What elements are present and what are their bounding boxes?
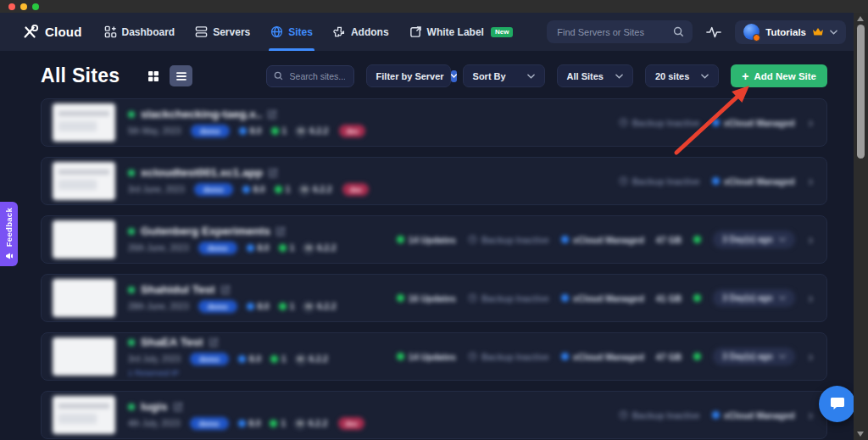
site-name[interactable]: slackchecking-taeg.x.. xyxy=(141,108,262,120)
env-badge[interactable]: demo xyxy=(198,300,237,313)
grid-view-button[interactable] xyxy=(142,65,164,86)
ssl-badge: 1 xyxy=(270,419,286,428)
site-search-input[interactable] xyxy=(288,70,347,82)
scrollbar-thumb[interactable] xyxy=(857,25,865,159)
global-search[interactable] xyxy=(547,20,693,43)
site-row[interactable]: slackchecking-taeg.x.. 5th May, 2023 dem… xyxy=(41,98,827,147)
site-row[interactable]: ShaEA Test 3rd July, 2023 demo 8.0 1 xyxy=(41,332,827,381)
row-expand-chevron[interactable]: › xyxy=(809,233,813,247)
maximize-window-button[interactable] xyxy=(32,3,39,10)
site-search[interactable] xyxy=(266,65,354,87)
global-search-input[interactable] xyxy=(555,26,668,38)
row-expand-chevron[interactable]: › xyxy=(809,409,813,422)
xcloud-logo-icon xyxy=(21,23,40,42)
disk-usage: 47 GB xyxy=(656,352,682,362)
nav-item-white-label[interactable]: White Label New xyxy=(409,13,514,51)
xcloud-logo[interactable]: Cloud xyxy=(21,23,82,42)
list-view-button[interactable] xyxy=(170,65,192,86)
site-scope-dropdown[interactable]: All Sites xyxy=(557,64,633,87)
external-link-icon[interactable] xyxy=(209,338,218,347)
ssl-icon xyxy=(271,127,279,135)
backup-status: Backup Inactive xyxy=(619,176,700,187)
sort-by-dropdown[interactable]: Sort By xyxy=(463,64,545,87)
tutorials-label: Tutorials xyxy=(765,27,806,37)
php-icon xyxy=(242,186,250,193)
wp-version-badge: W 6.2.2 xyxy=(303,243,336,253)
nav-item-addons[interactable]: Addons xyxy=(333,13,389,51)
row-expand-chevron[interactable]: › xyxy=(809,175,813,188)
add-new-site-button[interactable]: + Add New Site xyxy=(731,64,827,87)
backup-icon xyxy=(468,293,477,303)
env-badge[interactable]: demo xyxy=(190,353,229,365)
last-activity-dropdown[interactable]: 3 Day(s) ago xyxy=(713,231,794,248)
site-status-dot xyxy=(128,170,135,176)
external-link-icon[interactable] xyxy=(221,286,230,294)
site-row[interactable]: Shahidul Test 28th June, 2023 demo 8.0 1 xyxy=(41,274,827,322)
page-size-dropdown[interactable]: 20 sites xyxy=(645,64,719,87)
env-badge[interactable]: demo xyxy=(191,125,230,137)
site-name[interactable]: xcloudtest001.xc1.app xyxy=(141,166,263,179)
managed-badge: xCloud Managed xyxy=(561,352,644,362)
external-link-icon[interactable] xyxy=(268,110,276,119)
nav-label: Dashboard xyxy=(122,26,175,38)
last-activity-dropdown[interactable]: 3 Day(s) ago xyxy=(713,348,794,365)
close-window-button[interactable] xyxy=(8,3,15,10)
nav-item-servers[interactable]: Servers xyxy=(195,13,250,51)
external-link-icon[interactable] xyxy=(269,169,277,177)
activity-monitor-button[interactable] xyxy=(706,25,721,39)
site-created-date: 5th May, 2023 xyxy=(128,126,181,136)
env-badge[interactable]: demo xyxy=(198,242,237,254)
php-version-badge: 8.0 xyxy=(238,419,261,428)
php-version-badge: 8.0 xyxy=(242,185,265,194)
minimize-window-button[interactable] xyxy=(20,3,27,10)
row-expand-chevron[interactable]: › xyxy=(809,350,813,364)
updates-badge[interactable]: 14 Updates xyxy=(397,352,456,362)
tutorials-menu[interactable]: Tutorials xyxy=(735,20,846,44)
chevron-down-icon xyxy=(527,74,535,79)
env-badge[interactable]: demo xyxy=(190,417,229,430)
external-link-icon[interactable] xyxy=(276,227,285,236)
filter-by-server-dropdown[interactable]: Filter by Server xyxy=(366,64,451,87)
site-name[interactable]: lugis xyxy=(141,400,168,413)
scroll-up-arrow[interactable] xyxy=(857,16,864,21)
site-row-right: 14 Updates Backup Inactive xCloud Manage… xyxy=(397,231,813,248)
site-created-date: 4th July, 2023 xyxy=(128,419,181,428)
row-expand-chevron[interactable]: › xyxy=(809,116,813,130)
row-expand-chevron[interactable]: › xyxy=(809,292,813,305)
grid-view-icon xyxy=(147,70,159,82)
plus-icon: + xyxy=(742,70,748,82)
ssl-icon xyxy=(279,244,287,252)
scroll-down-arrow[interactable] xyxy=(857,432,864,437)
site-row[interactable]: xcloudtest001.xc1.app 3rd June, 2023 dem… xyxy=(41,157,827,205)
updates-badge[interactable]: 16 Updates xyxy=(397,293,456,304)
sites-toolbar: All Sites Filter by Server Sort By All xyxy=(0,51,868,87)
site-thumbnail xyxy=(53,162,115,200)
managed-icon xyxy=(561,353,569,360)
php-version-badge: 8.0 xyxy=(239,126,262,136)
site-name[interactable]: ShaEA Test xyxy=(141,336,203,348)
site-thumbnail xyxy=(53,279,115,317)
wordpress-icon: W xyxy=(296,126,306,136)
nav-item-sites[interactable]: Sites xyxy=(270,13,313,51)
site-row-content: ShaEA Test 3rd July, 2023 demo 8.0 1 xyxy=(42,333,826,380)
env-badge[interactable]: demo xyxy=(194,183,233,196)
managed-badge: xCloud Managed xyxy=(712,176,795,187)
external-link-icon[interactable] xyxy=(174,403,182,411)
php-icon xyxy=(247,303,254,310)
chat-widget-button[interactable] xyxy=(819,386,855,422)
updates-badge[interactable]: 14 Updates xyxy=(397,235,456,245)
site-name[interactable]: Shahidul Test xyxy=(141,283,215,296)
wordpress-icon: W xyxy=(303,243,314,253)
site-created-date: 26th June, 2023 xyxy=(128,243,189,253)
scrollbar[interactable] xyxy=(854,13,868,440)
last-activity-dropdown[interactable]: 3 Day(s) ago xyxy=(713,289,794,307)
feedback-button[interactable]: Feedback xyxy=(0,202,18,266)
globe-icon xyxy=(270,25,283,38)
managed-icon xyxy=(712,177,720,185)
site-name[interactable]: Gutenberg Experiments xyxy=(141,225,270,237)
site-row[interactable]: Gutenberg Experiments 26th June, 2023 de… xyxy=(41,215,827,264)
site-row[interactable]: lugis 4th July, 2023 demo 8.0 1 xyxy=(41,391,827,439)
nav-label: Sites xyxy=(288,26,313,38)
nav-item-dashboard[interactable]: Dashboard xyxy=(104,13,175,51)
view-toggle xyxy=(142,65,192,86)
